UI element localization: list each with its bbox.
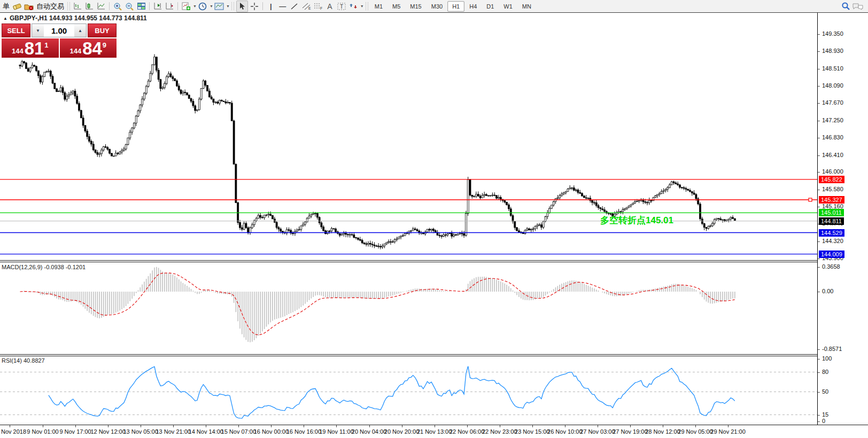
axis-tick <box>818 51 820 52</box>
one-click-trading-panel: SELL ▼ ▲ BUY 144 81 1 144 84 9 <box>2 24 117 58</box>
fibonacci-tool-icon[interactable]: F <box>313 1 323 12</box>
time-axis-tick <box>173 425 174 427</box>
timeframe-button-W1[interactable]: W1 <box>499 1 517 12</box>
axis-tick <box>818 267 820 268</box>
chart-shift-icon[interactable] <box>152 1 163 12</box>
timeframe-button-H1[interactable]: H1 <box>447 1 464 12</box>
toolbar-drag-handle[interactable] <box>231 2 234 10</box>
time-axis-tick <box>630 425 631 427</box>
volume-decrease-button[interactable]: ▼ <box>32 24 44 37</box>
time-axis-tick <box>369 425 370 427</box>
svg-text:F: F <box>320 6 322 10</box>
time-axis-label: 15 Nov 07:00 <box>221 428 256 435</box>
axis-tick <box>818 421 820 422</box>
axis-tick <box>818 155 820 156</box>
axis-tick-label: 146.830 <box>822 134 843 140</box>
toolbar-drag-handle[interactable] <box>366 2 368 10</box>
tile-windows-icon[interactable] <box>136 1 146 12</box>
axis-tick-label: 148.510 <box>822 65 843 72</box>
axis-tick-label: 100 <box>822 355 832 362</box>
arrows-tool-icon[interactable] <box>348 1 359 12</box>
periods-clock-icon[interactable] <box>197 1 208 12</box>
search-icon[interactable] <box>840 1 851 12</box>
trendline-tool-icon[interactable] <box>289 1 300 12</box>
axis-tick <box>818 86 820 87</box>
line-chart-type-icon[interactable] <box>96 1 106 12</box>
channel-tool-icon[interactable]: E <box>301 1 312 12</box>
macd-indicator-pane[interactable] <box>0 262 818 354</box>
indicators-icon[interactable] <box>181 1 191 12</box>
timeframe-button-M30[interactable]: M30 <box>427 1 447 12</box>
folder-red-dot-icon[interactable] <box>24 1 34 12</box>
zoom-in-icon[interactable] <box>112 1 123 12</box>
axis-tick-label: 149.350 <box>822 30 843 37</box>
buy-button[interactable]: BUY <box>88 24 117 37</box>
time-axis-label: 20 Nov 04:00 <box>352 428 386 435</box>
time-axis-label: 12 Nov 12:00 <box>90 428 125 435</box>
axis-tick-label: 148.090 <box>822 82 843 89</box>
price-label-chip: 145.011 <box>819 209 844 216</box>
axis-tick <box>818 121 820 121</box>
axis-tick-label: 50 <box>822 388 828 395</box>
price-label-chip: 144.009 <box>819 251 844 258</box>
indicators-dropdown-icon[interactable]: ▼ <box>193 4 197 8</box>
timeframe-button-M15[interactable]: M15 <box>405 1 426 12</box>
time-axis-tick <box>565 425 565 427</box>
timeframe-button-H4[interactable]: H4 <box>464 1 482 12</box>
eraser-icon[interactable] <box>12 1 22 12</box>
horizontal-line-tool-icon[interactable]: — <box>277 1 288 12</box>
sell-button[interactable]: SELL <box>2 24 30 37</box>
main-price-pane[interactable] <box>0 13 818 260</box>
sell-price-small: 144 <box>12 47 24 55</box>
templates-icon[interactable] <box>214 1 224 12</box>
axis-tick <box>818 34 820 35</box>
bar-chart-type-icon[interactable] <box>72 1 83 12</box>
chart-annotation-text[interactable]: 多空转折点145.01 <box>600 214 673 226</box>
volume-input[interactable] <box>44 24 74 37</box>
buy-price-big: 84 <box>82 41 102 57</box>
macd-label: MACD(12,26,9) -0.0938 -0.1201 <box>2 264 86 270</box>
axis-tick <box>818 190 820 190</box>
time-axis-tick <box>75 425 76 427</box>
text-tool-icon[interactable]: A <box>324 1 335 12</box>
time-axis-label: 29 Nov 21:00 <box>710 428 745 435</box>
timeframe-button-M5[interactable]: M5 <box>387 1 405 12</box>
time-axis-tick <box>336 425 337 427</box>
axis-tick <box>818 359 820 359</box>
timeframe-button-D1[interactable]: D1 <box>482 1 499 12</box>
periods-dropdown-icon[interactable]: ▼ <box>210 4 213 8</box>
text-label-tool-icon[interactable]: T <box>336 1 347 12</box>
time-axis[interactable]: Nov 20189 Nov 01:009 Nov 17:0012 Nov 12:… <box>0 425 868 438</box>
price-axis[interactable]: 149.350148.930148.510148.090147.670147.2… <box>818 13 868 425</box>
rsi-indicator-pane[interactable] <box>0 356 818 425</box>
timeframe-toolbar: M1M5M15M30H1H4D1W1MN <box>370 1 536 12</box>
vertical-line-tool-icon[interactable]: | <box>266 1 276 12</box>
time-axis-label: 9 Nov 17:00 <box>59 428 91 435</box>
chat-icon[interactable] <box>852 1 864 12</box>
volume-increase-button[interactable]: ▲ <box>74 24 86 37</box>
chart-autoscroll-icon[interactable] <box>164 1 175 12</box>
rsi-label: RSI(14) 40.8827 <box>2 357 45 364</box>
time-axis-label: 27 Nov 03:00 <box>580 428 615 435</box>
cursor-icon[interactable] <box>236 1 248 12</box>
time-axis-label: 21 Nov 13:00 <box>417 428 452 435</box>
zoom-out-icon[interactable] <box>124 1 135 12</box>
time-axis-label: 13 Nov 21:00 <box>156 428 190 435</box>
new-order-button-partial[interactable]: 单 <box>1 2 11 11</box>
timeframe-button-M1[interactable]: M1 <box>370 1 387 12</box>
crosshair-icon[interactable] <box>249 1 260 12</box>
candlestick-type-icon[interactable] <box>84 1 95 12</box>
autotrading-button[interactable]: 自动交易 <box>35 2 66 11</box>
arrows-dropdown-icon[interactable]: ▼ <box>360 4 364 8</box>
templates-dropdown-icon[interactable]: ▼ <box>226 4 230 8</box>
time-axis-tick <box>108 425 108 427</box>
buy-price-small: 144 <box>69 47 81 55</box>
axis-tick-label: 0.00 <box>822 288 833 294</box>
buy-price-display[interactable]: 144 84 9 <box>60 38 117 58</box>
time-axis-tick <box>663 425 663 427</box>
timeframe-button-MN[interactable]: MN <box>517 1 536 12</box>
axis-tick <box>818 172 820 173</box>
sell-price-display[interactable]: 144 81 1 <box>2 38 59 58</box>
toolbar-drag-handle[interactable] <box>67 2 70 10</box>
svg-text:T: T <box>340 4 343 10</box>
